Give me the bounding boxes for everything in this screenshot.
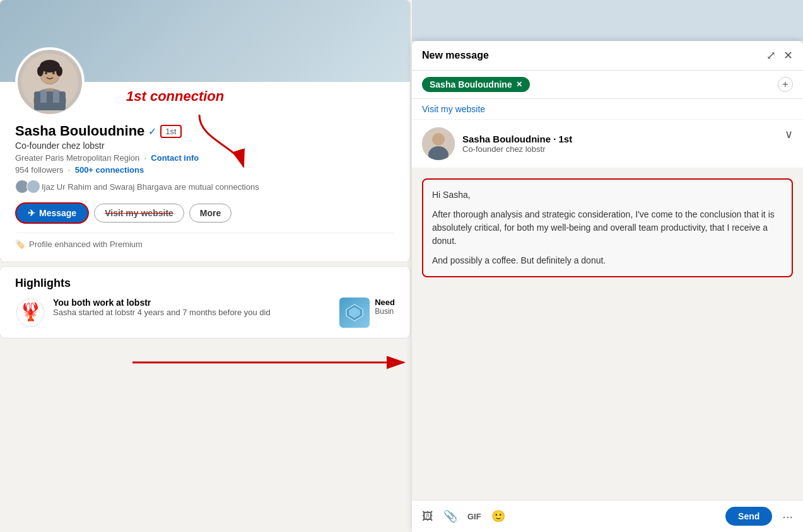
highlight-right: Need Busin (339, 298, 395, 328)
premium-text: Profile enhanced with Premium (29, 240, 143, 249)
visit-website-link[interactable]: Visit my website (412, 99, 803, 120)
recipient-profile-avatar (422, 127, 455, 160)
recipient-chip: Sasha Bouloudnine ✕ (422, 77, 530, 92)
message-panel: New message ⤢ ✕ Sasha Bouloudnine ✕ + Vi… (412, 41, 803, 532)
svg-rect-4 (40, 90, 47, 103)
message-greeting: Hi Sasha, (432, 188, 783, 202)
followers-row: 954 followers · 500+ connections (15, 165, 395, 175)
message-footer: 🖼 📎 GIF 🙂 Send ··· (412, 500, 803, 532)
send-button[interactable]: Send (725, 507, 772, 526)
profile-name: Sasha Bouloudnine (15, 123, 144, 139)
svg-point-8 (52, 72, 55, 74)
premium-icon: 🏷️ (15, 240, 25, 249)
svg-point-10 (37, 66, 44, 76)
highlight-sub: Sasha started at lobstr 4 years and 7 mo… (53, 308, 271, 317)
recipient-profile-info: Sasha Bouloudnine · 1st Co-founder chez … (462, 134, 572, 154)
message-header-actions: ⤢ ✕ (766, 49, 793, 62)
svg-point-20 (432, 133, 445, 146)
gif-button[interactable]: GIF (467, 512, 481, 521)
svg-text:🦞: 🦞 (20, 301, 42, 322)
more-footer-button[interactable]: ··· (782, 509, 793, 524)
mutual-text: Ijaz Ur Rahim and Swaraj Bhargava are mu… (42, 182, 259, 192)
premium-row: 🏷️ Profile enhanced with Premium (15, 233, 395, 252)
highlight-text: You both work at lobstr Sasha started at… (53, 298, 271, 317)
followers-count: 954 followers (15, 165, 64, 175)
svg-point-7 (45, 72, 47, 74)
profile-headline: Co-founder chez lobstr (15, 141, 395, 151)
message-bubble: Hi Sasha, After thorough analysis and st… (422, 178, 793, 277)
recipient-profile-name: Sasha Bouloudnine · 1st (462, 134, 572, 144)
svg-point-11 (56, 66, 62, 76)
action-buttons: ✈ Message Visit my website More (15, 202, 395, 224)
recipient-profile-sub: Co-founder chez lobstr (462, 144, 572, 154)
location-text: Greater Paris Metropolitan Region (15, 153, 139, 163)
highlight-right-title: Need (375, 298, 395, 307)
annotation-1st-connection: 1st connection (126, 88, 224, 105)
svg-rect-5 (53, 90, 59, 103)
message-panel-title: New message (422, 50, 489, 61)
highlight-lobstr-icon: 🦞 (15, 298, 45, 328)
mutual-avatar-2 (26, 180, 40, 194)
mutual-avatars (15, 180, 38, 194)
mutual-row: Ijaz Ur Rahim and Swaraj Bhargava are mu… (15, 180, 395, 194)
highlight-right-sub: Busin (375, 307, 395, 316)
image-button[interactable]: 🖼 (422, 510, 433, 523)
highlights-card: Highlights 🦞 You both work at lobstr Sas… (0, 267, 410, 338)
location-row: Greater Paris Metropolitan Region · Cont… (15, 153, 395, 163)
profile-avatar (15, 47, 85, 117)
add-recipient-button[interactable]: + (778, 77, 793, 92)
highlights-title: Highlights (15, 277, 395, 290)
verified-icon: ✓ (148, 125, 156, 137)
contact-info-link[interactable]: Contact info (151, 153, 199, 163)
highlight-item: 🦞 You both work at lobstr Sasha started … (15, 298, 395, 328)
message-bubble-wrapper: Hi Sasha, After thorough analysis and st… (412, 168, 803, 287)
recipient-profile: Sasha Bouloudnine · 1st Co-founder chez … (412, 120, 803, 168)
visit-website-button[interactable]: Visit my website (94, 204, 184, 223)
emoji-button[interactable]: 🙂 (491, 509, 505, 523)
recipient-chip-name: Sasha Bouloudnine (430, 79, 512, 90)
highlight-right-icon (339, 298, 370, 328)
more-button[interactable]: More (189, 204, 232, 223)
message-header: New message ⤢ ✕ (412, 41, 803, 71)
svg-rect-3 (34, 91, 66, 110)
highlight-title: You both work at lobstr (53, 298, 271, 308)
minimize-button[interactable]: ⤢ (766, 49, 776, 62)
background-overlay (412, 0, 803, 41)
message-body: Hi Sasha, After thorough analysis and st… (412, 168, 803, 500)
connection-badge: 1st (160, 125, 181, 138)
message-body-text: After thorough analysis and strategic co… (432, 208, 783, 248)
connections-link[interactable]: 500+ connections (75, 165, 144, 175)
message-icon: ✈ (28, 208, 35, 218)
to-row: Sasha Bouloudnine ✕ + (412, 71, 803, 99)
name-row: Sasha Bouloudnine ✓ 1st (15, 123, 395, 139)
remove-recipient-button[interactable]: ✕ (516, 80, 522, 89)
collapse-profile-button[interactable]: ∨ (785, 127, 793, 141)
close-button[interactable]: ✕ (783, 49, 793, 62)
avatar-wrapper (15, 47, 85, 117)
cover-photo (0, 0, 410, 82)
message-closing: And possibly a coffee. But definitely a … (432, 254, 783, 267)
attachment-button[interactable]: 📎 (443, 509, 457, 523)
message-button[interactable]: ✈ Message (15, 202, 89, 224)
main-content: 1st connection Sasha Bouloudnine ✓ 1st C… (0, 0, 410, 532)
profile-card: 1st connection Sasha Bouloudnine ✓ 1st C… (0, 0, 410, 262)
